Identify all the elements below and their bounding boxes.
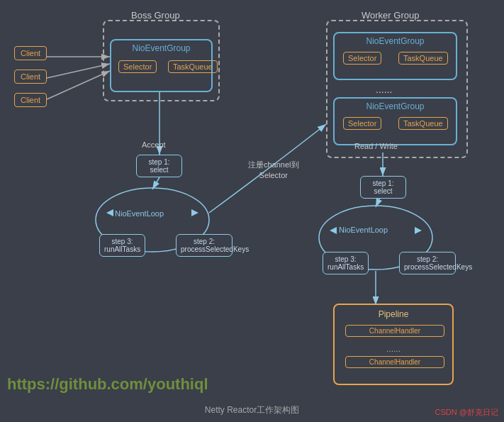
boss-step2-label: step 2: processSelectedKeys [181, 238, 249, 253]
worker-step1: step 1: select [360, 176, 406, 199]
csdn-badge: CSDN @舒克日记 [435, 407, 498, 418]
client-2: Client [14, 70, 47, 84]
worker-selector-badge-2: Selector [343, 117, 381, 130]
worker-step1-label: step 1: select [372, 179, 393, 195]
boss-taskqueue-badge: TaskQueue [168, 60, 218, 73]
pipeline-box: Pipeline ChannelHandler ...... ChannelHa… [333, 304, 454, 385]
boss-nio-event-group: NioEventGroup Selector TaskQueue [110, 39, 213, 92]
worker-loop-label: NioEventLoop [339, 226, 388, 234]
read-write-label: Read / Write [354, 142, 398, 150]
svg-line-4 [47, 71, 110, 99]
boss-loop-label: NioEventLoop [115, 209, 164, 218]
worker-group-label: Worker Group [362, 10, 419, 21]
worker-taskqueue-badge-2: TaskQueue [398, 117, 448, 130]
boss-step3: step 3: runAllTasks [99, 234, 145, 257]
pipeline-dots: ...... [335, 344, 452, 354]
client-3: Client [14, 93, 47, 107]
diagram: Boss Group NioEventGroup Selector TaskQu… [0, 0, 504, 422]
channel-handler-1: ChannelHandler [345, 325, 444, 337]
worker-nio-group1-label: NioEventGroup [335, 36, 456, 46]
worker-taskqueue-badge-1: TaskQueue [398, 52, 448, 65]
svg-line-9 [152, 177, 159, 189]
accept-label: Accept [142, 140, 166, 149]
svg-line-3 [47, 64, 110, 78]
client-1: Client [14, 46, 47, 60]
worker-step3: step 3: runAllTasks [323, 252, 369, 274]
boss-step1-label: step 1: select [148, 158, 169, 174]
boss-nio-group-label: NioEventGroup [111, 43, 211, 53]
svg-marker-8 [106, 209, 113, 216]
svg-marker-7 [191, 209, 198, 216]
worker-step2: step 2: processSelectedKeys [399, 252, 456, 274]
worker-nio-event-group-1: NioEventGroup Selector TaskQueue [333, 32, 457, 80]
pipeline-label: Pipeline [335, 309, 452, 319]
boss-group-label: Boss Group [131, 10, 180, 21]
boss-selector-badge: Selector [118, 60, 157, 73]
worker-dots: ...... [376, 84, 392, 95]
register-label: 注册channel到 Selector [248, 160, 299, 182]
svg-marker-13 [330, 227, 337, 234]
worker-step2-label: step 2: processSelectedKeys [404, 255, 472, 271]
worker-step3-label: step 3: runAllTasks [327, 255, 364, 271]
boss-step3-label: step 3: runAllTasks [104, 238, 140, 253]
worker-nio-event-group-2: NioEventGroup Selector TaskQueue [333, 97, 457, 145]
worker-nio-group2-label: NioEventGroup [335, 101, 456, 111]
worker-selector-badge-1: Selector [343, 52, 381, 65]
boss-step1: step 1: select [136, 155, 182, 177]
footer-label: Netty Reactor工作架构图 [0, 404, 504, 416]
svg-marker-12 [415, 227, 422, 234]
boss-step2: step 2: processSelectedKeys [176, 234, 233, 257]
watermark: https://github.com/youthiql [7, 375, 208, 394]
channel-handler-2: ChannelHandler [345, 356, 444, 368]
